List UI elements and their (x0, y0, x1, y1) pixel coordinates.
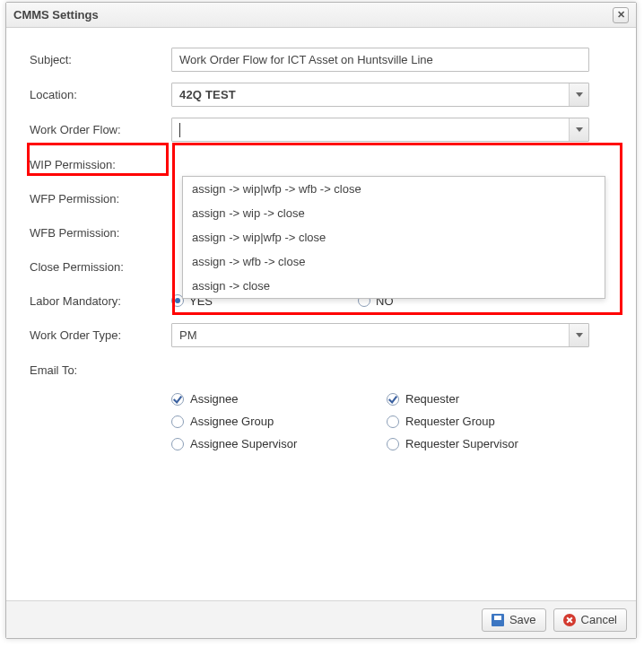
work-order-flow-trigger[interactable] (569, 118, 588, 141)
check-assignee[interactable]: Assignee (171, 392, 387, 406)
save-icon (492, 614, 504, 626)
label-location: Location: (30, 88, 171, 101)
location-value: 42Q TEST (179, 88, 565, 101)
label-work-order-flow: Work Order Flow: (30, 123, 171, 136)
check-requester-group-label: Requester Group (405, 415, 495, 428)
label-wfp-permission: WFP Permission: (30, 192, 171, 205)
check-assignee-group[interactable]: Assignee Group (171, 415, 387, 428)
subject-input[interactable]: Work Order Flow for ICT Asset on Huntsvi… (171, 48, 589, 72)
label-wip-permission: WIP Permission: (30, 158, 171, 171)
flow-option[interactable]: assign -> close (183, 274, 605, 298)
work-order-flow-select[interactable] (171, 118, 589, 142)
work-order-flow-dropdown[interactable]: assign -> wip|wfp -> wfb -> close assign… (182, 176, 605, 299)
check-requester-label: Requester (405, 392, 459, 406)
work-order-type-select[interactable]: PM (171, 323, 589, 347)
dialog-title: CMMS Settings (13, 8, 613, 22)
checkbox-icon (171, 393, 184, 406)
check-assignee-supervisor[interactable]: Assignee Supervisor (171, 437, 387, 450)
dialog-close-button[interactable]: ✕ (613, 7, 629, 23)
checkbox-icon (387, 415, 399, 428)
check-requester-supervisor-label: Requester Supervisor (405, 437, 518, 450)
check-assignee-label: Assignee (190, 392, 238, 406)
save-button[interactable]: Save (482, 608, 546, 632)
flow-option[interactable]: assign -> wip|wfp -> wfb -> close (183, 177, 605, 201)
checkbox-icon (387, 393, 399, 406)
chevron-down-icon (576, 333, 583, 337)
dialog-footer: Save Cancel (6, 600, 636, 638)
flow-option[interactable]: assign -> wip|wfp -> close (183, 225, 605, 249)
check-assignee-group-label: Assignee Group (190, 415, 274, 428)
dialog-titlebar[interactable]: CMMS Settings ✕ (6, 3, 636, 28)
cancel-icon (563, 614, 576, 626)
label-subject: Subject: (30, 53, 171, 66)
subject-value: Work Order Flow for ICT Asset on Huntsvi… (179, 53, 433, 66)
work-order-type-value: PM (179, 328, 565, 342)
location-select[interactable]: 42Q TEST (171, 83, 589, 107)
checkbox-icon (171, 415, 184, 428)
location-trigger[interactable] (569, 83, 588, 106)
flow-option[interactable]: assign -> wip -> close (183, 201, 605, 225)
flow-option[interactable]: assign -> wfb -> close (183, 249, 605, 274)
checkbox-icon (387, 438, 399, 450)
chevron-down-icon (576, 92, 583, 97)
label-labor-mandatory: Labor Mandatory: (30, 294, 171, 308)
checkbox-icon (171, 438, 184, 450)
label-close-permission: Close Permission: (30, 260, 171, 274)
label-work-order-type: Work Order Type: (30, 328, 171, 342)
email-to-grid: Assignee Requester Assignee Group (171, 392, 613, 459)
check-requester-supervisor[interactable]: Requester Supervisor (387, 437, 602, 450)
chevron-down-icon (576, 127, 583, 132)
check-requester-group[interactable]: Requester Group (387, 415, 602, 428)
cancel-button[interactable]: Cancel (553, 608, 627, 632)
save-button-label: Save (509, 613, 536, 626)
label-wfb-permission: WFB Permission: (30, 226, 171, 240)
label-email-to: Email To: (30, 363, 171, 377)
close-icon: ✕ (617, 9, 625, 21)
check-assignee-supervisor-label: Assignee Supervisor (190, 437, 297, 450)
cancel-button-label: Cancel (581, 613, 617, 626)
cmms-settings-dialog: CMMS Settings ✕ Subject: Work Order Flow… (5, 2, 637, 639)
dialog-body: Subject: Work Order Flow for ICT Asset o… (6, 28, 636, 600)
check-requester[interactable]: Requester (387, 392, 602, 406)
text-caret (179, 123, 180, 137)
work-order-type-trigger[interactable] (569, 324, 588, 346)
